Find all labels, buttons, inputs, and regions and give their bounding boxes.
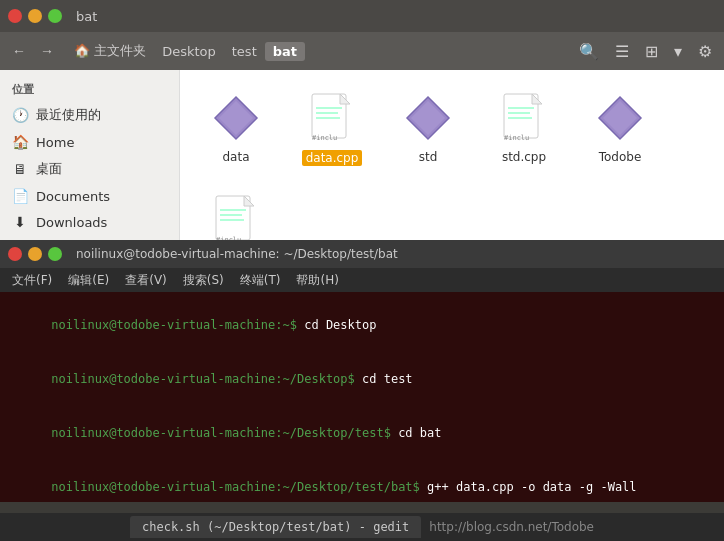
file-name-todobe: Todobe — [599, 150, 642, 164]
terminal-line-3: noilinux@todobe-virtual-machine:~/Deskto… — [8, 406, 716, 460]
file-name-std: std — [419, 150, 438, 164]
file-std-cpp-icon: #inclu — [498, 92, 550, 144]
file-name-data-cpp: data.cpp — [302, 150, 363, 166]
sidebar-item-desktop-label: 桌面 — [36, 160, 62, 178]
breadcrumb-test[interactable]: test — [224, 42, 265, 61]
statusbar-tab[interactable]: check.sh (~/Desktop/test/bat) - gedit — [130, 516, 421, 538]
file-item-todobe[interactable]: Todobe — [580, 86, 660, 172]
sidebar-item-home[interactable]: 🏠 Home — [0, 129, 179, 155]
folder-std-icon — [402, 92, 454, 144]
svg-marker-17 — [603, 101, 637, 135]
file-manager-title: bat — [76, 9, 97, 24]
folder-data-icon — [210, 92, 262, 144]
terminal-maximize-button[interactable] — [48, 247, 62, 261]
file-item-data[interactable]: data — [196, 86, 276, 172]
sidebar-item-downloads[interactable]: ⬇ Downloads — [0, 209, 179, 235]
svg-marker-1 — [219, 101, 253, 135]
home-icon: 🏠 — [74, 43, 90, 58]
menu-terminal[interactable]: 终端(T) — [234, 270, 287, 291]
breadcrumb-desktop[interactable]: Desktop — [154, 42, 224, 61]
settings-button[interactable]: ⚙ — [692, 38, 718, 65]
sidebar-item-recent[interactable]: 🕐 最近使用的 — [0, 101, 179, 129]
file-manager-titlebar: bat — [0, 0, 724, 32]
minimize-button[interactable] — [28, 9, 42, 23]
breadcrumb-bat[interactable]: bat — [265, 42, 305, 61]
terminal-line-2: noilinux@todobe-virtual-machine:~/Deskto… — [8, 352, 716, 406]
terminal-line-1: noilinux@todobe-virtual-machine:~$ cd De… — [8, 298, 716, 352]
menu-help[interactable]: 帮助(H) — [290, 270, 344, 291]
sidebar-item-desktop[interactable]: 🖥 桌面 — [0, 155, 179, 183]
terminal-body[interactable]: noilinux@todobe-virtual-machine:~$ cd De… — [0, 292, 724, 502]
home-icon: 🏠 — [12, 134, 28, 150]
file-item-std[interactable]: std — [388, 86, 468, 172]
menu-file[interactable]: 文件(F) — [6, 270, 58, 291]
terminal-menubar: 文件(F) 编辑(E) 查看(V) 搜索(S) 终端(T) 帮助(H) — [0, 268, 724, 292]
statusbar-url: http://blog.csdn.net/Todobe — [429, 520, 594, 534]
file-todobe-cpp-icon: #inclu — [210, 194, 262, 246]
terminal-close-button[interactable] — [8, 247, 22, 261]
file-item-std-cpp[interactable]: #inclu std.cpp — [484, 86, 564, 172]
breadcrumb-home[interactable]: 🏠 主文件夹 — [66, 40, 154, 62]
terminal-title: noilinux@todobe-virtual-machine: ~/Deskt… — [76, 247, 398, 261]
breadcrumb: 🏠 主文件夹 Desktop test bat — [66, 40, 571, 62]
file-grid: data #inclu data.cpp — [180, 70, 724, 260]
sidebar: 位置 🕐 最近使用的 🏠 Home 🖥 桌面 📄 Documents ⬇ Dow… — [0, 70, 180, 260]
svg-text:#inclu: #inclu — [504, 134, 529, 142]
close-button[interactable] — [8, 9, 22, 23]
file-name-data: data — [222, 150, 249, 164]
toolbar: ← → 🏠 主文件夹 Desktop test bat 🔍 ☰ ⊞ ▾ ⚙ — [0, 32, 724, 70]
grid-view-button[interactable]: ⊞ — [639, 38, 664, 65]
file-name-std-cpp: std.cpp — [502, 150, 546, 164]
file-manager-window: bat ← → 🏠 主文件夹 Desktop test bat 🔍 ☰ ⊞ ▾ … — [0, 0, 724, 260]
maximize-button[interactable] — [48, 9, 62, 23]
documents-icon: 📄 — [12, 188, 28, 204]
sidebar-item-home-label: Home — [36, 135, 74, 150]
sidebar-section-places: 位置 — [0, 78, 179, 101]
sidebar-item-documents[interactable]: 📄 Documents — [0, 183, 179, 209]
recent-icon: 🕐 — [12, 107, 28, 123]
search-button[interactable]: 🔍 — [573, 38, 605, 65]
toolbar-right: 🔍 ☰ ⊞ ▾ ⚙ — [573, 38, 718, 65]
terminal-window: noilinux@todobe-virtual-machine: ~/Deskt… — [0, 240, 724, 502]
sort-button[interactable]: ▾ — [668, 38, 688, 65]
desktop-icon: 🖥 — [12, 161, 28, 177]
sidebar-item-documents-label: Documents — [36, 189, 110, 204]
back-button[interactable]: ← — [6, 39, 32, 63]
terminal-minimize-button[interactable] — [28, 247, 42, 261]
menu-search[interactable]: 搜索(S) — [177, 270, 230, 291]
terminal-line-4: noilinux@todobe-virtual-machine:~/Deskto… — [8, 460, 716, 502]
forward-button[interactable]: → — [34, 39, 60, 63]
file-data-cpp-icon: #inclu — [306, 92, 358, 144]
svg-marker-9 — [411, 101, 445, 135]
file-item-data-cpp[interactable]: #inclu data.cpp — [292, 86, 372, 172]
sidebar-item-downloads-label: Downloads — [36, 215, 107, 230]
sidebar-item-recent-label: 最近使用的 — [36, 106, 101, 124]
list-view-button[interactable]: ☰ — [609, 38, 635, 65]
svg-text:#inclu: #inclu — [312, 134, 337, 142]
statusbar: check.sh (~/Desktop/test/bat) - gedit ht… — [0, 513, 724, 541]
terminal-titlebar: noilinux@todobe-virtual-machine: ~/Deskt… — [0, 240, 724, 268]
folder-todobe-icon — [594, 92, 646, 144]
main-area: 位置 🕐 最近使用的 🏠 Home 🖥 桌面 📄 Documents ⬇ Dow… — [0, 70, 724, 260]
downloads-icon: ⬇ — [12, 214, 28, 230]
menu-view[interactable]: 查看(V) — [119, 270, 173, 291]
menu-edit[interactable]: 编辑(E) — [62, 270, 115, 291]
